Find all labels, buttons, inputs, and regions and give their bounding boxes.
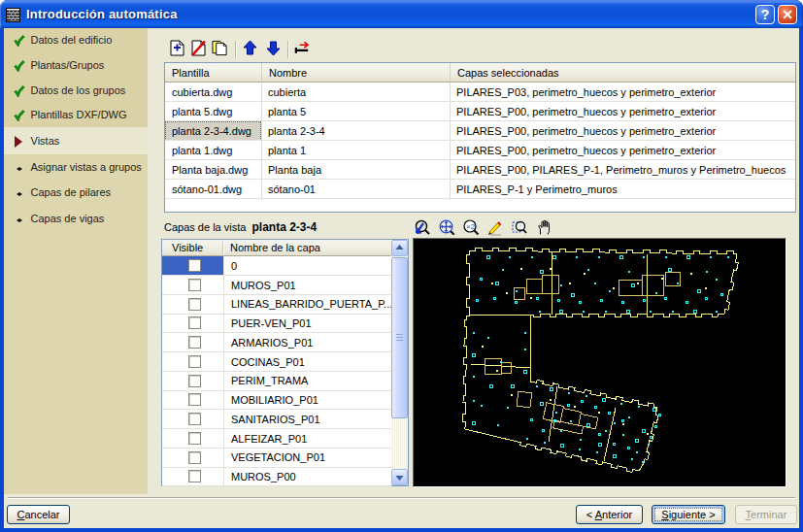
svg-text:×2: ×2 — [466, 222, 476, 231]
